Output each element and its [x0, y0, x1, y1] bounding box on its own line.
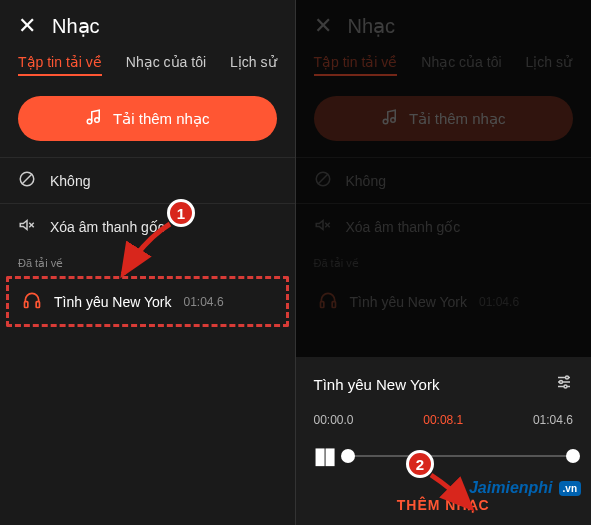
- tab-downloads[interactable]: Tập tin tải về: [18, 54, 102, 76]
- music-note-icon: [381, 108, 399, 129]
- time-start: 00:00.0: [314, 413, 354, 427]
- svg-rect-14: [320, 302, 323, 308]
- panel-right: ✕ Nhạc Tập tin tải về Nhạc của tôi Lịch …: [296, 0, 592, 525]
- svg-rect-6: [25, 302, 28, 308]
- trim-handle-start[interactable]: [341, 449, 355, 463]
- headphones-icon: [318, 290, 338, 313]
- tab-my-music[interactable]: Nhạc của tôi: [421, 54, 501, 76]
- option-remove-original-label: Xóa âm thanh gốc: [346, 219, 461, 235]
- option-none[interactable]: Không: [0, 157, 295, 203]
- track-duration: 01:04.6: [479, 295, 519, 309]
- watermark-text: Jaimienphi: [469, 479, 553, 497]
- page-title: Nhạc: [52, 14, 100, 38]
- svg-point-19: [566, 376, 569, 379]
- svg-point-20: [560, 381, 563, 384]
- option-none-label: Không: [346, 173, 386, 189]
- svg-line-3: [22, 174, 33, 185]
- mute-icon: [314, 216, 332, 237]
- track-name: Tình yêu New York: [350, 294, 468, 310]
- option-remove-original-audio[interactable]: Xóa âm thanh gốc: [296, 203, 592, 249]
- track-duration: 01:04.6: [184, 295, 224, 309]
- option-remove-original-label: Xóa âm thanh gốc: [50, 219, 165, 235]
- option-remove-original-audio[interactable]: Xóa âm thanh gốc: [0, 203, 295, 249]
- headphones-icon: [22, 290, 42, 313]
- panel-left: ✕ Nhạc Tập tin tải về Nhạc của tôi Lịch …: [0, 0, 296, 525]
- svg-point-9: [391, 118, 396, 123]
- close-icon[interactable]: ✕: [18, 15, 36, 37]
- player-panel: Tình yêu New York 00:00.0 00:08.1 01:04.…: [296, 357, 592, 483]
- time-current: 00:08.1: [423, 413, 463, 427]
- player-track-title: Tình yêu New York: [314, 376, 440, 393]
- settings-sliders-icon[interactable]: [555, 373, 573, 395]
- load-more-music-label: Tải thêm nhạc: [113, 110, 209, 128]
- page-title: Nhạc: [348, 14, 396, 38]
- tab-downloads[interactable]: Tập tin tải về: [314, 54, 398, 76]
- load-more-music-label: Tải thêm nhạc: [409, 110, 505, 128]
- svg-point-8: [383, 119, 388, 124]
- tab-bar: Tập tin tải về Nhạc của tôi Lịch sử: [0, 48, 295, 78]
- svg-point-0: [87, 119, 92, 124]
- close-icon[interactable]: ✕: [314, 15, 332, 37]
- svg-point-1: [95, 118, 100, 123]
- svg-point-21: [564, 385, 567, 388]
- section-downloaded: Đã tải về: [0, 249, 295, 276]
- mute-icon: [18, 216, 36, 237]
- music-note-icon: [85, 108, 103, 129]
- load-more-music-button[interactable]: Tải thêm nhạc: [18, 96, 277, 141]
- block-icon: [18, 170, 36, 191]
- tab-my-music[interactable]: Nhạc của tôi: [126, 54, 206, 76]
- track-name: Tình yêu New York: [54, 294, 172, 310]
- section-downloaded: Đã tải về: [296, 249, 592, 276]
- svg-line-11: [317, 174, 328, 185]
- header: ✕ Nhạc: [0, 0, 295, 48]
- header: ✕ Nhạc: [296, 0, 592, 48]
- time-end: 01:04.6: [533, 413, 573, 427]
- trim-slider[interactable]: [348, 455, 574, 457]
- svg-rect-15: [332, 302, 335, 308]
- watermark: Jaimienphi .vn: [469, 479, 581, 497]
- tab-history[interactable]: Lịch sử: [230, 54, 276, 76]
- block-icon: [314, 170, 332, 191]
- option-none[interactable]: Không: [296, 157, 592, 203]
- svg-rect-7: [36, 302, 39, 308]
- track-row[interactable]: Tình yêu New York 01:04.6: [304, 278, 584, 325]
- tab-history[interactable]: Lịch sử: [526, 54, 572, 76]
- watermark-suffix: .vn: [559, 481, 581, 496]
- option-none-label: Không: [50, 173, 90, 189]
- time-display: 00:00.0 00:08.1 01:04.6: [314, 413, 574, 427]
- load-more-music-button[interactable]: Tải thêm nhạc: [314, 96, 574, 141]
- tab-bar: Tập tin tải về Nhạc của tôi Lịch sử: [296, 48, 592, 78]
- callout-badge-1: 1: [167, 199, 195, 227]
- track-row[interactable]: Tình yêu New York 01:04.6: [8, 278, 287, 325]
- pause-button[interactable]: ▮▮: [314, 443, 334, 469]
- trim-handle-end[interactable]: [566, 449, 580, 463]
- callout-badge-2: 2: [406, 450, 434, 478]
